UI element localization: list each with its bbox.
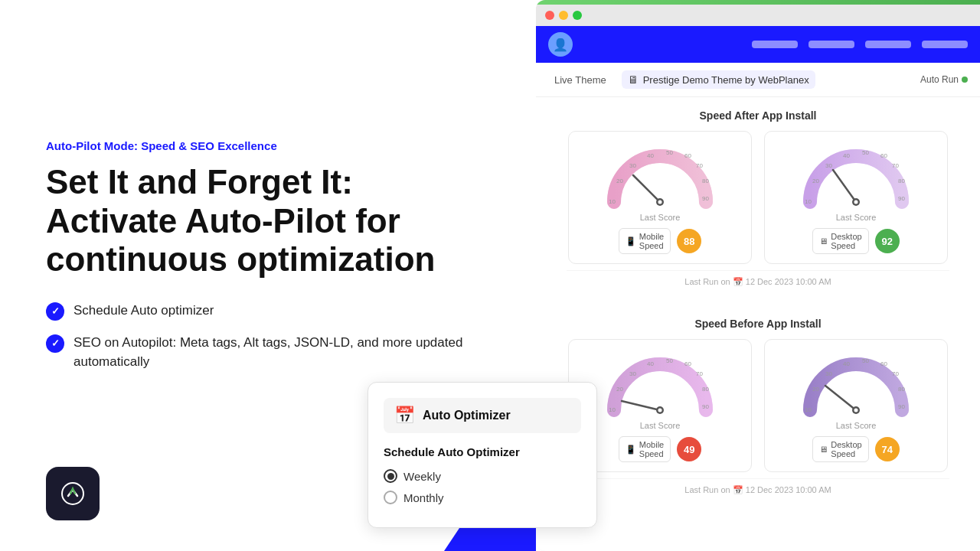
- svg-text:50: 50: [666, 149, 673, 156]
- desktop-speed-label: 🖥 DesktopSpeed: [812, 228, 868, 254]
- svg-text:40: 40: [647, 152, 654, 159]
- svg-text:90: 90: [898, 195, 905, 202]
- score-badge-row-mobile-before: 📱 MobileSpeed 49: [619, 436, 701, 462]
- tab-live-theme[interactable]: Live Theme: [548, 71, 612, 89]
- mobile-score-badge-after: 88: [677, 229, 701, 253]
- nav-link-3: [865, 41, 911, 48]
- last-run-after: Last Run on 📅 12 Dec 2023 10:00 AM: [567, 270, 949, 293]
- svg-text:50: 50: [862, 357, 869, 364]
- last-score-label-desktop-after: Last Score: [836, 213, 877, 222]
- svg-text:90: 90: [898, 403, 905, 410]
- browser-nav: 👤: [536, 26, 980, 63]
- svg-point-13: [658, 201, 662, 204]
- tab-bar: Live Theme 🖥 Prestige Demo Theme by WebP…: [536, 63, 980, 97]
- svg-text:60: 60: [880, 152, 887, 159]
- svg-text:10: 10: [609, 406, 616, 413]
- speed-after-gauges: 10 20 30 40 50 60 70 80 90 100: [551, 131, 965, 264]
- browser-chrome: [536, 5, 980, 26]
- list-item: Schedule Auto optimizer: [46, 301, 490, 321]
- svg-text:100: 100: [691, 208, 701, 210]
- tab-active-theme[interactable]: 🖥 Prestige Demo Theme by WebPlanex: [622, 70, 815, 89]
- weekly-label: Weekly: [403, 470, 441, 483]
- red-dot: [545, 11, 554, 20]
- desktop-icon-before: 🖥: [819, 445, 828, 454]
- feature-list: Schedule Auto optimizer SEO on Autopilot…: [46, 301, 490, 384]
- weekly-option[interactable]: Weekly: [384, 469, 581, 483]
- check-icon: [46, 302, 64, 321]
- svg-line-50: [825, 386, 856, 410]
- monitor-icon: 🖥: [628, 73, 639, 86]
- speed-after-section: Speed After App Install: [536, 97, 980, 305]
- svg-text:50: 50: [862, 149, 869, 156]
- desktop-score-badge-after: 92: [875, 229, 900, 253]
- auto-run-green-dot: [962, 77, 968, 83]
- svg-text:40: 40: [843, 360, 850, 367]
- desktop-score-badge-before: 74: [875, 437, 900, 461]
- app-icon: [46, 467, 100, 520]
- svg-text:70: 70: [892, 370, 899, 377]
- svg-text:70: 70: [892, 162, 899, 169]
- nav-links: [752, 41, 968, 48]
- svg-point-0: [62, 483, 83, 504]
- svg-text:10: 10: [805, 406, 812, 413]
- svg-text:70: 70: [696, 370, 703, 377]
- svg-text:80: 80: [702, 386, 709, 393]
- svg-text:40: 40: [843, 152, 850, 159]
- weekly-radio[interactable]: [384, 469, 397, 483]
- svg-text:70: 70: [696, 162, 703, 169]
- mobile-speed-label-before: 📱 MobileSpeed: [619, 436, 671, 462]
- svg-line-37: [622, 401, 660, 410]
- svg-line-24: [833, 170, 856, 202]
- score-badge-row-desktop-before: 🖥 DesktopSpeed 74: [812, 436, 899, 462]
- mobile-score-badge-before: 49: [677, 437, 701, 461]
- feature-item-2: SEO on Autopilot: Meta tags, Alt tags, J…: [74, 333, 490, 372]
- monthly-option[interactable]: Monthly: [384, 491, 581, 504]
- svg-text:20: 20: [812, 178, 819, 184]
- svg-text:60: 60: [684, 152, 691, 159]
- svg-text:80: 80: [702, 178, 709, 184]
- mobile-gauge-after: 10 20 30 40 50 60 70 80 90 100: [568, 131, 752, 264]
- svg-text:30: 30: [629, 370, 636, 377]
- svg-point-26: [854, 201, 858, 204]
- yellow-dot: [559, 11, 568, 20]
- svg-line-11: [633, 175, 660, 202]
- green-dot-chrome: [573, 11, 582, 20]
- svg-text:50: 50: [666, 357, 673, 364]
- svg-point-52: [854, 409, 858, 412]
- last-score-label-mobile-before: Last Score: [640, 421, 681, 430]
- schedule-title: Schedule Auto Optimizer: [384, 445, 581, 458]
- score-badge-row-mobile-after: 📱 MobileSpeed 88: [619, 228, 701, 254]
- phone-icon: 📱: [626, 236, 636, 246]
- speed-before-section: Speed Before App Install: [536, 305, 980, 514]
- svg-text:10: 10: [805, 198, 812, 205]
- speed-before-gauges: 10 20 30 40 50 60 70 80 90 100: [551, 339, 965, 472]
- feature-item-1: Schedule Auto optimizer: [74, 301, 214, 321]
- desktop-gauge-before: 10 20 30 40 50 60 70 80 90 100: [764, 339, 948, 472]
- score-badge-row-desktop-after: 🖥 DesktopSpeed 92: [812, 228, 899, 254]
- speed-before-title: Speed Before App Install: [551, 318, 965, 330]
- mobile-speed-label: 📱 MobileSpeed: [619, 228, 671, 254]
- nav-link-4: [922, 41, 968, 48]
- monthly-radio[interactable]: [384, 491, 397, 504]
- modal-card: 📅 Auto Optimizer Schedule Auto Optimizer…: [368, 382, 597, 528]
- svg-text:90: 90: [702, 403, 709, 410]
- svg-text:100: 100: [887, 208, 897, 210]
- svg-text:40: 40: [647, 360, 654, 367]
- nav-link-2: [808, 41, 854, 48]
- avatar: 👤: [548, 32, 573, 57]
- check-icon-2: [46, 334, 64, 353]
- modal-header: 📅 Auto Optimizer: [384, 398, 581, 433]
- calendar-icon: 📅: [394, 406, 415, 425]
- nav-link-1: [752, 41, 798, 48]
- mobile-gauge-svg-wrap: 10 20 30 40 50 60 70 80 90 100: [603, 141, 717, 210]
- monthly-label: Monthly: [403, 491, 444, 504]
- list-item: SEO on Autopilot: Meta tags, Alt tags, J…: [46, 333, 490, 372]
- subtitle: Auto-Pilot Mode: Speed & SEO Excellence: [46, 139, 490, 152]
- svg-text:10: 10: [609, 198, 616, 205]
- svg-text:20: 20: [616, 178, 623, 184]
- main-title: Set It and Forget It: Activate Auto-Pilo…: [46, 163, 490, 279]
- desktop-icon: 🖥: [819, 236, 828, 246]
- right-panel: 👤 Live Theme 🖥 Prestige Demo Theme by We…: [536, 0, 980, 551]
- phone-icon-before: 📱: [626, 445, 636, 455]
- mobile-gauge-before-svg: 10 20 30 40 50 60 70 80 90 100: [603, 349, 717, 418]
